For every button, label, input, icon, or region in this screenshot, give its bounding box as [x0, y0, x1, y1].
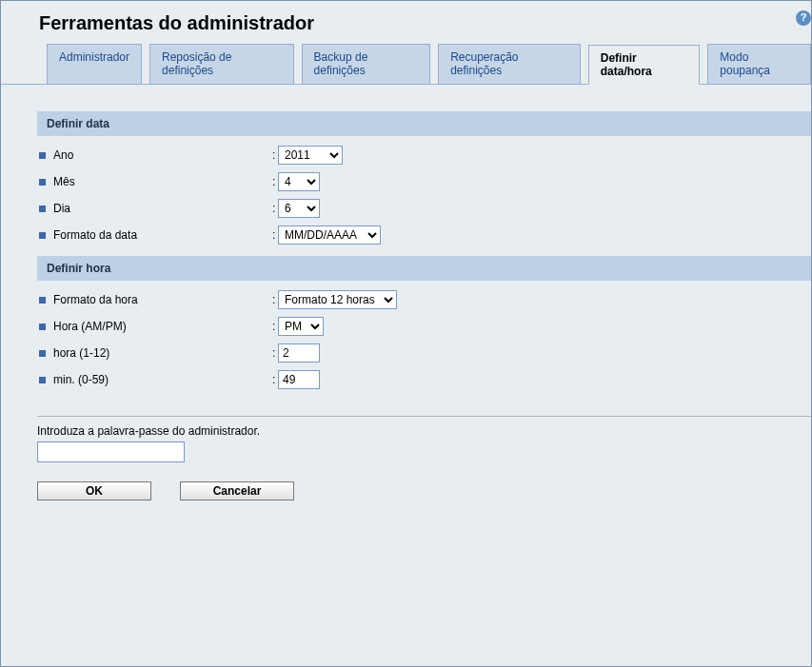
year-label: Ano — [53, 148, 272, 162]
row-month: Mês : 4 — [37, 168, 811, 195]
tab-administrador[interactable]: Administrador — [47, 44, 142, 84]
minute-label: min. (0-59) — [53, 373, 272, 386]
month-label: Mês — [53, 175, 272, 188]
cancel-button[interactable]: Cancelar — [180, 481, 294, 500]
time-format-label: Formato da hora — [53, 293, 272, 306]
tab-reposicao-definicoes[interactable]: Reposição de definições — [149, 44, 294, 84]
row-hour: hora (1-12) : — [37, 340, 811, 366]
password-label: Introduza a palavra-passe do administrad… — [37, 417, 811, 441]
row-year: Ano : 2011 — [37, 142, 811, 168]
help-icon[interactable]: ? — [796, 10, 811, 26]
row-time-format: Formato da hora : Formato 12 horas — [37, 286, 811, 313]
tab-backup-definicoes[interactable]: Backup de definições — [302, 44, 431, 84]
tabs-bar: Administrador Reposição de definições Ba… — [1, 44, 811, 85]
year-select[interactable]: 2011 — [278, 146, 343, 165]
tab-definir-data-hora[interactable]: Definir data/hora — [588, 45, 701, 85]
bullet-icon — [39, 206, 46, 212]
minute-input[interactable] — [278, 370, 320, 389]
bullet-icon — [39, 377, 46, 383]
ampm-select[interactable]: PM — [278, 317, 324, 336]
date-format-select[interactable]: MM/DD/AAAA — [278, 226, 381, 245]
content-area: Definir data Ano : 2011 Mês : 4 Dia : 6 … — [1, 85, 811, 500]
bullet-icon — [39, 324, 46, 330]
day-select[interactable]: 6 — [278, 199, 320, 218]
page-title: Ferramentas do administrador — [1, 1, 811, 44]
admin-tools-window: Ferramentas do administrador ? Administr… — [0, 0, 812, 667]
hour-label: hora (1-12) — [53, 346, 272, 360]
tab-recuperacao-definicoes[interactable]: Recuperação definições — [438, 44, 581, 84]
button-row: OK Cancelar — [37, 462, 811, 500]
bullet-icon — [39, 152, 46, 159]
bullet-icon — [39, 350, 46, 357]
row-minute: min. (0-59) : — [37, 366, 811, 393]
password-section: Introduza a palavra-passe do administrad… — [37, 393, 811, 500]
row-day: Dia : 6 — [37, 195, 811, 222]
tab-modo-poupanca[interactable]: Modo poupança — [707, 44, 811, 84]
password-input[interactable] — [37, 441, 185, 462]
ok-button[interactable]: OK — [37, 481, 151, 500]
bullet-icon — [39, 232, 46, 239]
date-section-header: Definir data — [37, 111, 811, 136]
bullet-icon — [39, 297, 46, 304]
time-section-header: Definir hora — [37, 256, 811, 281]
month-select[interactable]: 4 — [278, 172, 320, 191]
day-label: Dia — [53, 202, 272, 215]
date-format-label: Formato da data — [53, 228, 272, 242]
hour-input[interactable] — [278, 343, 320, 363]
row-ampm: Hora (AM/PM) : PM — [37, 313, 811, 340]
bullet-icon — [39, 179, 46, 186]
time-format-select[interactable]: Formato 12 horas — [278, 290, 397, 309]
ampm-label: Hora (AM/PM) — [53, 320, 272, 333]
row-date-format: Formato da data : MM/DD/AAAA — [37, 222, 811, 248]
